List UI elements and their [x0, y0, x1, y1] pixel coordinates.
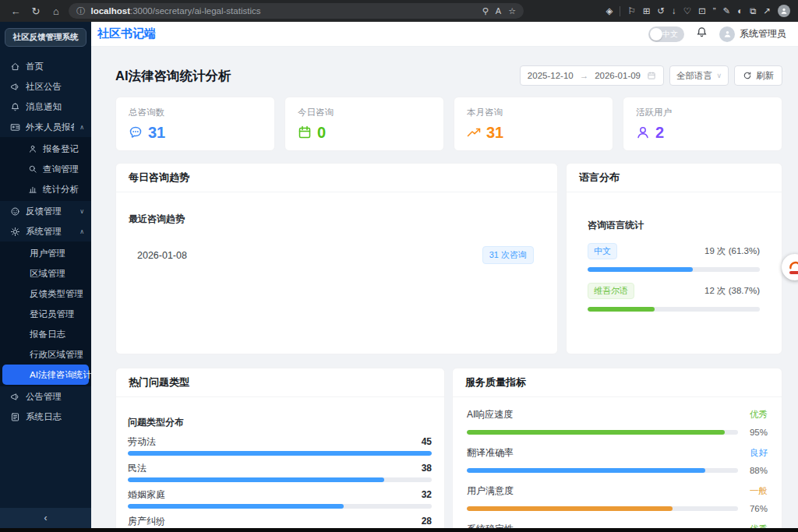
sidebar-item-label: 统计分析 — [43, 184, 79, 196]
document-icon — [10, 412, 20, 422]
progress-track — [467, 468, 738, 473]
refresh-icon — [743, 71, 752, 80]
refresh-button[interactable]: 刷新 — [734, 65, 782, 86]
sidebar-item-registration-log[interactable]: 报备日志 — [0, 324, 91, 344]
sidebar-group-system[interactable]: 系统管理 ∧ — [0, 221, 91, 241]
downloads-icon[interactable]: ↓ — [672, 6, 676, 16]
language-subtitle: 咨询语言统计 — [588, 219, 760, 232]
address-bar-actions: ⚲ A ☆ — [482, 6, 516, 16]
split-screen-icon[interactable]: ⧉ — [750, 6, 756, 16]
browser-toolbar: ◈ ⚐ ⊞ ↺ ↓ ♡ ⊡ ” ✎ ◐ ⧉ ↗ — [606, 5, 790, 17]
sidebar-item-label: 区域管理 — [30, 268, 65, 280]
hot-topics-card: 热门问题类型 问题类型分布 劳动法45 民法38 婚姻家庭32 — [115, 368, 445, 528]
progress-fill — [128, 451, 432, 456]
collections-icon[interactable]: ♡ — [683, 5, 691, 16]
search-icon — [28, 164, 37, 174]
refresh-icon[interactable]: ↻ — [28, 6, 44, 16]
screenshot-icon[interactable]: ⊡ — [698, 5, 706, 16]
browser-essentials-icon[interactable]: ◈ — [606, 5, 613, 16]
progress-fill — [588, 267, 693, 272]
read-aloud-icon[interactable]: A — [496, 6, 501, 16]
app-title: 社区书记端 — [97, 26, 156, 41]
sidebar-item-label: 行政区域管理 — [30, 349, 83, 361]
sidebar-item-notifications[interactable]: 消息通知 — [0, 97, 91, 117]
topics-body: 问题类型分布 劳动法45 民法38 婚姻家庭32 — [116, 397, 444, 528]
quality-label: 用户满意度 — [467, 485, 514, 497]
sidebar-item-home[interactable]: 首页 — [0, 56, 91, 76]
notification-bell-icon[interactable] — [696, 26, 708, 41]
sidebar-item-feedback-type-management[interactable]: 反馈类型管理 — [0, 284, 91, 304]
sidebar-item-announcement-management[interactable]: 公告管理 — [0, 386, 91, 407]
sidebar-item-statistics[interactable]: 统计分析 — [0, 179, 91, 199]
notes-icon[interactable]: ✎ — [723, 5, 731, 16]
daily-trend-card: 每日咨询趋势 最近咨询趋势 2026-01-08 31 次咨询 — [115, 163, 558, 354]
sidebar-group-feedback[interactable]: 反馈管理 ∨ — [0, 201, 91, 221]
id-card-icon — [10, 122, 20, 132]
stat-label: 活跃用户 — [636, 107, 769, 118]
sidebar-item-registration[interactable]: 报备登记 — [0, 139, 91, 159]
sidebar-item-admin-region-management[interactable]: 行政区域管理 — [0, 344, 91, 365]
stat-card-month: 本月咨询 31 — [454, 97, 613, 151]
sidebar-item-label: 报备登记 — [43, 143, 79, 155]
stat-value: 2 — [636, 124, 769, 141]
date-start: 2025-12-10 — [528, 71, 574, 80]
browser-profile-avatar[interactable] — [778, 5, 790, 17]
sidebar-group-label: 反馈管理 — [26, 206, 62, 217]
language-toggle[interactable]: 中文 — [648, 26, 684, 42]
quality-label: 翻译准确率 — [467, 447, 514, 459]
citations-icon[interactable]: ” — [713, 6, 716, 16]
toggle-knob — [650, 28, 662, 41]
trend-date: 2026-01-08 — [137, 250, 187, 261]
sidebar-item-announcements[interactable]: 社区公告 — [0, 76, 91, 97]
sidebar-item-registrar-management[interactable]: 登记员管理 — [0, 304, 91, 324]
sidebar-collapse-button[interactable]: ‹ — [0, 508, 91, 528]
topic-label: 民法 — [128, 463, 147, 474]
user-name: 系统管理员 — [740, 27, 786, 41]
brand-badge: 社区反馈管理系统 — [5, 28, 87, 47]
user-icon — [636, 125, 650, 139]
sidebar-item-region-management[interactable]: 区域管理 — [0, 263, 91, 284]
share-icon[interactable]: ↗ — [763, 5, 771, 16]
language-tag: 中文 — [588, 243, 617, 259]
sidebar-item-user-management[interactable]: 用户管理 — [0, 243, 91, 263]
sidebar-item-label: 用户管理 — [30, 248, 65, 259]
copilot-icon[interactable]: ◐ — [737, 6, 743, 16]
back-icon[interactable]: ← — [8, 6, 23, 16]
sidebar-item-label: 反馈类型管理 — [30, 288, 83, 300]
trend-count-badge: 31 次咨询 — [482, 246, 534, 264]
sidebar-item-query-management[interactable]: 查询管理 — [0, 159, 91, 179]
favorites-bar-icon[interactable]: ⚐ — [627, 5, 635, 16]
smiley-icon — [10, 206, 20, 217]
password-key-icon[interactable]: ⚲ — [482, 6, 489, 16]
trend-body: 最近咨询趋势 2026-01-08 31 次咨询 — [116, 192, 557, 264]
stat-value: 31 — [129, 124, 262, 141]
language-value: 19 次 (61.3%) — [704, 245, 760, 257]
user-menu[interactable]: 系统管理员 — [719, 26, 786, 42]
filter-bar: 2025-12-10 → 2026-01-09 全部语言 ∨ 刷新 — [520, 65, 782, 86]
url-path: :3000/secretary/ai-legal-statistics — [130, 6, 260, 16]
megaphone-icon — [10, 82, 20, 92]
language-select[interactable]: 全部语言 ∨ — [669, 65, 729, 86]
home-icon[interactable]: ⌂ — [48, 6, 64, 16]
tabs-icon[interactable]: ⊞ — [643, 5, 651, 16]
progress-fill — [467, 468, 705, 473]
topic-row: 房产纠纷28 — [128, 516, 432, 528]
quality-row: 翻译准确率良好 88% — [467, 447, 768, 475]
info-icon[interactable]: ⓘ — [76, 5, 86, 17]
history-icon[interactable]: ↺ — [657, 5, 665, 16]
topic-value: 38 — [422, 463, 432, 474]
visitor-submenu: 报备登记 查询管理 统计分析 — [0, 137, 91, 201]
sidebar-group-label: 外来人员报备 — [26, 122, 74, 133]
topic-row: 民法38 — [128, 463, 432, 482]
favorite-add-icon[interactable]: ☆ — [508, 6, 516, 16]
sidebar-item-ai-legal-statistics[interactable]: AI法律咨询统计 — [2, 365, 89, 385]
sidebar-item-system-log[interactable]: 系统日志 — [0, 407, 91, 427]
browser-chrome: ← ↻ ⌂ ⓘ localhost:3000/secretary/ai-lega… — [0, 0, 798, 22]
stat-number: 31 — [486, 124, 503, 141]
date-range-picker[interactable]: 2025-12-10 → 2026-01-09 — [520, 65, 664, 86]
stat-number: 31 — [148, 124, 165, 141]
address-bar[interactable]: ⓘ localhost:3000/secretary/ai-legal-stat… — [69, 3, 524, 19]
sidebar-group-visitor-registration[interactable]: 外来人员报备 ∧ — [0, 117, 91, 137]
progress-track — [128, 451, 432, 456]
language-tag: 维吾尔语 — [588, 283, 634, 299]
